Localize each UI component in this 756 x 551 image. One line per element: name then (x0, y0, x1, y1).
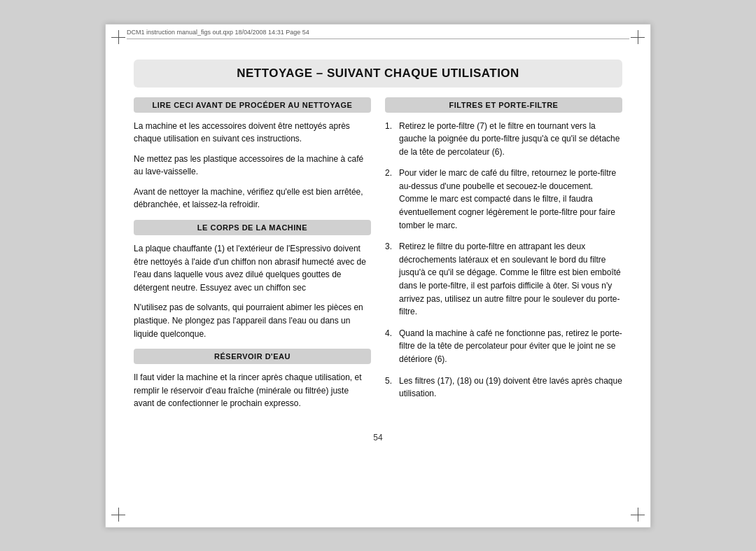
file-header: DCM1 instruction manual_figs out.qxp 18/… (127, 29, 629, 39)
list-item: 4. Quand la machine à café ne fonctionne… (385, 327, 622, 366)
lire-ceci-para-3: Avant de nettoyer la machine, vérifiez q… (134, 186, 371, 211)
section-header-lire-ceci: LIRE CECI AVANT DE PROCÉDER AU NETTOYAGE (134, 97, 371, 113)
list-num-2: 2. (385, 167, 395, 232)
reg-mark-bl (111, 508, 125, 522)
list-item: 5. Les filtres (17), (18) ou (19) doiven… (385, 375, 622, 400)
lire-ceci-para-1: La machine et les accessoires doivent êt… (134, 120, 371, 146)
two-column-layout: LIRE CECI AVANT DE PROCÉDER AU NETTOYAGE… (134, 97, 622, 419)
list-item: 1. Retirez le porte-filtre (7) et le fil… (385, 120, 622, 159)
section-lire-ceci-text: La machine et les accessoires doivent êt… (134, 120, 371, 212)
section-corps-text: La plaque chauffante (1) et l'extérieur … (134, 242, 371, 340)
list-text-1: Retirez le porte-filtre (7) et le filtre… (399, 120, 622, 159)
filtres-list: 1. Retirez le porte-filtre (7) et le fil… (385, 120, 622, 400)
file-header-text: DCM1 instruction manual_figs out.qxp 18/… (127, 29, 309, 36)
section-reservoir-text: Il faut vider la machine et la rincer ap… (134, 371, 371, 410)
section-header-reservoir: RÉSERVOIR D'EAU (134, 349, 371, 364)
page-number: 54 (134, 433, 622, 442)
list-text-4: Quand la machine à café ne fonctionne pa… (399, 327, 622, 366)
reg-mark-tl (111, 30, 125, 44)
corps-para-1: La plaque chauffante (1) et l'extérieur … (134, 242, 371, 294)
list-num-4: 4. (385, 327, 395, 366)
section-header-filtres: FILTRES ET PORTE-FILTRE (385, 97, 622, 113)
list-item: 3. Retirez le filtre du porte-filtre en … (385, 240, 622, 319)
list-text-5: Les filtres (17), (18) ou (19) doivent ê… (399, 375, 622, 400)
reservoir-para-1: Il faut vider la machine et la rincer ap… (134, 371, 371, 410)
list-text-3: Retirez le filtre du porte-filtre en att… (399, 240, 622, 319)
left-column: LIRE CECI AVANT DE PROCÉDER AU NETTOYAGE… (134, 97, 371, 419)
page-content: NETTOYAGE – SUIVANT CHAQUE UTILISATION L… (134, 60, 622, 443)
reg-mark-br (631, 508, 645, 522)
main-title: NETTOYAGE – SUIVANT CHAQUE UTILISATION (134, 60, 622, 88)
list-num-1: 1. (385, 120, 395, 159)
right-column: FILTRES ET PORTE-FILTRE 1. Retirez le po… (385, 97, 622, 419)
list-num-5: 5. (385, 375, 395, 400)
list-item: 2. Pour vider le marc de café du filtre,… (385, 167, 622, 232)
corps-para-2: N'utilisez pas de solvants, qui pourraie… (134, 301, 371, 340)
list-num-3: 3. (385, 240, 395, 319)
reg-mark-tr (631, 30, 645, 44)
page: DCM1 instruction manual_figs out.qxp 18/… (105, 24, 651, 528)
list-text-2: Pour vider le marc de café du filtre, re… (399, 167, 622, 232)
section-header-corps: LE CORPS DE LA MACHINE (134, 220, 371, 235)
lire-ceci-para-2: Ne mettez pas les plastique accessoires … (134, 153, 371, 179)
